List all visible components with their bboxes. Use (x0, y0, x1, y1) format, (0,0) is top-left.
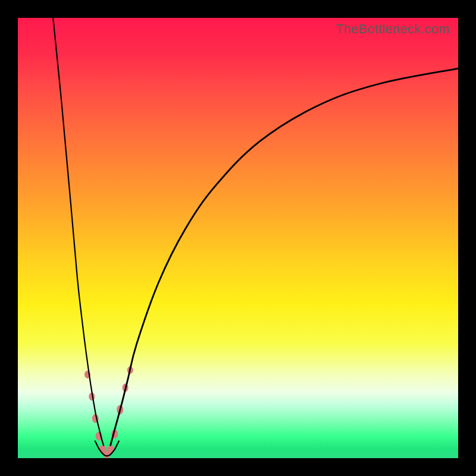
attribution-text: TheBottleneck.com (336, 21, 450, 37)
chart-frame: TheBottleneck.com (0, 0, 476, 476)
right-branch-curve (110, 68, 458, 446)
curves-layer (18, 18, 458, 458)
left-branch-curve (53, 18, 104, 446)
marker-group (84, 367, 133, 458)
plot-area: TheBottleneck.com (18, 18, 458, 458)
